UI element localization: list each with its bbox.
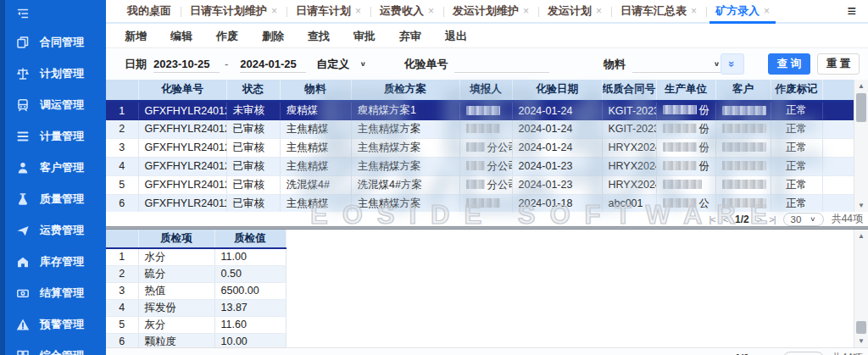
column-header[interactable]: 质检方案 bbox=[351, 80, 459, 101]
tab-close-icon[interactable]: × bbox=[523, 5, 529, 17]
toolbar-button-作废[interactable]: 作废 bbox=[204, 29, 250, 44]
tab-close-icon[interactable]: × bbox=[764, 5, 770, 17]
toolbar-button-新增[interactable]: 新增 bbox=[113, 29, 159, 44]
tab-我的桌面[interactable]: 我的桌面 bbox=[118, 0, 181, 22]
panel-splitter[interactable] bbox=[106, 226, 868, 230]
scroll-down-icon[interactable]: ▼ bbox=[854, 202, 868, 209]
page-size-select[interactable]: 30 ∨ bbox=[783, 213, 824, 226]
sidebar-item-measure[interactable]: 计量管理 bbox=[5, 120, 106, 152]
toolbar-button-删除[interactable]: 删除 bbox=[250, 29, 296, 44]
sidebar-item-quality[interactable]: 质量管理 bbox=[5, 183, 106, 214]
collapse-sidebar-icon[interactable] bbox=[15, 6, 32, 23]
tab-日请车计划维护[interactable]: 日请车计划维护× bbox=[181, 0, 287, 22]
table-row[interactable]: 5GFXFHYLR240123已审核洗混煤4#洗混煤4#方案分公司2024-01… bbox=[106, 175, 854, 194]
sidebar-item-label: 调运管理 bbox=[40, 97, 84, 113]
column-header[interactable]: 纸质合同号 bbox=[602, 80, 656, 101]
sidebar-item-customer[interactable]: 客户管理 bbox=[5, 152, 106, 183]
sample-no-input[interactable] bbox=[454, 56, 548, 73]
tab-close-icon[interactable]: × bbox=[271, 5, 277, 17]
tab-日请车汇总表[interactable]: 日请车汇总表× bbox=[611, 0, 706, 22]
scroll-up-icon[interactable]: ▲ bbox=[854, 232, 868, 240]
column-header[interactable]: 质检项 bbox=[138, 230, 214, 248]
quality-row[interactable]: 2硫分0.50 bbox=[106, 265, 286, 282]
quality-scrollbar[interactable]: ▲ ▼ bbox=[854, 230, 868, 347]
column-header[interactable]: 化验单号 bbox=[138, 80, 226, 101]
tab-close-icon[interactable]: × bbox=[355, 5, 361, 17]
next-page-icon[interactable]: > bbox=[757, 214, 761, 225]
scrollbar-thumb[interactable] bbox=[856, 321, 866, 334]
sidebar-item-inventory[interactable]: 库存管理 bbox=[5, 246, 106, 277]
scroll-up-icon[interactable]: ▲ bbox=[854, 82, 868, 90]
column-header[interactable]: 作废标记 bbox=[771, 80, 822, 101]
page-size-select[interactable]: 30 ∨ bbox=[783, 352, 824, 355]
quality-row[interactable]: 4挥发份13.87 bbox=[106, 299, 286, 316]
date-range-type-select[interactable]: 自定义 ∨ bbox=[316, 56, 366, 73]
quality-row[interactable]: 1水分11.00 bbox=[106, 248, 286, 265]
column-header[interactable]: 客户 bbox=[715, 80, 771, 101]
column-header[interactable]: 填报人 bbox=[459, 80, 512, 101]
toolbar-button-退出[interactable]: 退出 bbox=[433, 29, 479, 44]
column-header[interactable]: 物料 bbox=[280, 80, 351, 101]
table-cell bbox=[822, 157, 854, 175]
sidebar-item-label: 质量管理 bbox=[40, 191, 84, 207]
table-cell bbox=[822, 119, 854, 138]
toolbar-button-编辑[interactable]: 编辑 bbox=[159, 29, 204, 44]
redacted-text bbox=[466, 124, 500, 133]
reset-button[interactable]: 重 置 bbox=[817, 53, 860, 75]
tab-运费收入[interactable]: 运费收入× bbox=[370, 0, 443, 22]
sidebar-item-settlement[interactable]: 结算管理 bbox=[5, 277, 106, 308]
table-cell: 正常 bbox=[771, 194, 822, 212]
tab-矿方录入[interactable]: 矿方录入× bbox=[706, 0, 779, 22]
table-cell: 份 bbox=[656, 138, 715, 157]
table-cell bbox=[656, 175, 715, 194]
prev-page-icon[interactable]: < bbox=[723, 214, 727, 225]
expand-filters-button[interactable]: » bbox=[721, 53, 744, 75]
table-row[interactable]: 1GFXFHYLR240124未审核瘦精煤瘦精煤方案12024-01-24KGI… bbox=[106, 101, 854, 119]
sidebar-item-label: 合同管理 bbox=[40, 35, 84, 50]
page-size-value: 30 bbox=[791, 214, 802, 225]
tab-发运计划[interactable]: 发运计划× bbox=[538, 0, 611, 22]
column-header[interactable] bbox=[106, 80, 138, 101]
scroll-down-icon[interactable]: ▼ bbox=[854, 337, 868, 345]
tab-日请车计划[interactable]: 日请车计划× bbox=[287, 0, 370, 22]
sidebar-item-contract[interactable]: 合同管理 bbox=[5, 26, 106, 58]
results-scrollbar[interactable]: ▲ ▼ bbox=[854, 80, 868, 212]
scrollbar-thumb[interactable] bbox=[856, 93, 866, 122]
first-page-icon[interactable]: |< bbox=[709, 214, 715, 225]
date-to-input[interactable]: 2024-01-25 bbox=[240, 56, 306, 73]
tab-close-icon[interactable]: × bbox=[691, 5, 697, 17]
tab-close-icon[interactable]: × bbox=[428, 5, 434, 17]
sidebar-item-dispatch[interactable]: 调运管理 bbox=[5, 89, 106, 120]
toolbar-button-查找[interactable]: 查找 bbox=[296, 29, 342, 44]
table-row[interactable]: 4GFXFHYLR240123已审核主焦精煤主焦精煤方案分公司2024-01-2… bbox=[106, 157, 854, 175]
material-select[interactable]: ∨ bbox=[632, 56, 721, 73]
last-page-icon[interactable]: >| bbox=[769, 214, 775, 225]
sidebar-item-plan[interactable]: 计划管理 bbox=[5, 58, 106, 89]
column-header[interactable] bbox=[106, 230, 138, 248]
toolbar-button-审批[interactable]: 审批 bbox=[342, 29, 387, 44]
column-header[interactable] bbox=[822, 80, 854, 101]
table-row[interactable]: 6GFXFHYLR240119已审核主焦精煤主焦精煤方案2024-01-18ab… bbox=[106, 194, 854, 212]
table-row[interactable]: 2GFXFHYLR240124已审核主焦精煤主焦精煤方案2024-01-24KG… bbox=[106, 119, 854, 138]
column-header[interactable]: 化验日期 bbox=[512, 80, 602, 101]
table-cell: 11.00 bbox=[214, 248, 286, 265]
column-header[interactable]: 生产单位 bbox=[656, 80, 715, 101]
sidebar-item-general[interactable]: 综合管理 bbox=[5, 340, 106, 355]
sidebar-item-alert[interactable]: 预警管理 bbox=[5, 308, 106, 340]
table-cell: GFXFHYLR240123 bbox=[138, 157, 226, 175]
tab-发运计划维护[interactable]: 发运计划维护× bbox=[443, 0, 538, 22]
table-row[interactable]: 3GFXFHYLR240124已审核主焦精煤主焦精煤方案分公司2024-01-2… bbox=[106, 138, 854, 157]
column-header[interactable]: 质检值 bbox=[214, 230, 286, 248]
train-icon bbox=[15, 97, 31, 113]
column-header[interactable]: 状态 bbox=[226, 80, 280, 101]
tab-overflow-menu-icon[interactable]: ≡ bbox=[847, 3, 856, 20]
date-from-input[interactable]: 2023-10-25 bbox=[153, 56, 220, 73]
search-button[interactable]: 查 询 bbox=[768, 53, 810, 75]
quality-row[interactable]: 3热值6500.00 bbox=[106, 282, 286, 299]
toolbar-button-弃审[interactable]: 弃审 bbox=[387, 29, 433, 44]
sidebar-item-freight[interactable]: 运费管理 bbox=[5, 214, 106, 246]
tab-close-icon[interactable]: × bbox=[596, 5, 602, 17]
redacted-text bbox=[466, 180, 485, 189]
table-cell: 灰分 bbox=[138, 316, 214, 333]
quality-row[interactable]: 5灰分11.60 bbox=[106, 316, 286, 333]
